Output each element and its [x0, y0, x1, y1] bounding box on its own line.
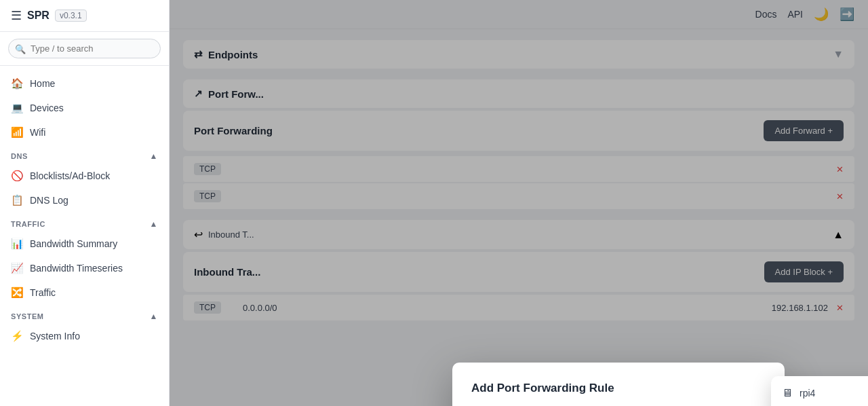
section-system-label: SYSTEM	[11, 312, 44, 320]
sidebar-item-traffic-label: Traffic	[30, 287, 56, 298]
sidebar-item-bandwidth-timeseries-label: Bandwidth Timeseries	[30, 263, 123, 274]
section-dns-label: DNS	[11, 152, 28, 160]
system-info-icon: ⚡	[11, 330, 23, 342]
modal-title: Add Port Forwarding Rule	[471, 382, 766, 395]
bandwidth-timeseries-icon: 📈	[11, 262, 23, 274]
sidebar-nav: 🏠 Home 💻 Devices 📶 Wifi DNS ▲ 🚫 Blocklis…	[0, 66, 169, 406]
sidebar: ☰ SPR v0.3.1 🔍 🏠 Home 💻 Devices 📶 Wifi D…	[0, 0, 170, 406]
device-dropdown: 🖥 rpi4 💻 laptop 📱 phone 💻 laptop 📺 tv 🖥	[771, 376, 868, 406]
sidebar-header: ☰ SPR v0.3.1	[0, 0, 169, 32]
sidebar-item-blocklists[interactable]: 🚫 Blocklists/Ad-Block	[0, 164, 169, 188]
dropdown-label-rpi4: rpi4	[800, 388, 815, 399]
section-traffic-chevron: ▲	[150, 219, 158, 229]
sidebar-item-dns-log-label: DNS Log	[30, 195, 68, 206]
modal-overlay[interactable]	[170, 0, 868, 406]
sidebar-item-wifi[interactable]: 📶 Wifi	[0, 120, 169, 145]
sidebar-item-system-info[interactable]: ⚡ System Info	[0, 324, 169, 348]
search-icon: 🔍	[15, 43, 26, 54]
sidebar-item-system-info-label: System Info	[30, 331, 80, 342]
sidebar-item-home-label: Home	[30, 78, 55, 89]
wifi-icon: 📶	[11, 126, 23, 139]
sidebar-item-wifi-label: Wifi	[30, 127, 45, 138]
sidebar-item-traffic[interactable]: 🔀 Traffic	[0, 280, 169, 305]
sidebar-item-bandwidth-timeseries[interactable]: 📈 Bandwidth Timeseries	[0, 256, 169, 280]
dropdown-item-rpi4[interactable]: 🖥 rpi4	[771, 380, 868, 406]
sidebar-item-bandwidth-summary-label: Bandwidth Summary	[30, 238, 117, 249]
sidebar-logo: SPR	[27, 10, 50, 22]
section-system: SYSTEM ▲	[0, 305, 169, 324]
home-icon: 🏠	[11, 77, 23, 90]
sidebar-item-home[interactable]: 🏠 Home	[0, 71, 169, 96]
section-dns: DNS ▲	[0, 145, 169, 164]
search-input[interactable]	[8, 39, 161, 58]
section-system-chevron: ▲	[150, 312, 158, 321]
sidebar-item-devices[interactable]: 💻 Devices	[0, 96, 169, 120]
add-port-forwarding-modal: Add Port Forwarding Rule Source IP Addre…	[452, 363, 785, 406]
sidebar-item-dns-log[interactable]: 📋 DNS Log	[0, 188, 169, 213]
main-content: Docs API 🌙 ➡️ ⇄ Endpoints ▼ ↗ Port Forw.…	[170, 0, 868, 406]
rpi-icon: 🖥	[782, 387, 793, 399]
sidebar-version: v0.3.1	[55, 10, 87, 22]
blocklists-icon: 🚫	[11, 170, 23, 182]
devices-icon: 💻	[11, 102, 23, 114]
section-traffic-label: TRAFFIC	[11, 220, 45, 228]
dns-log-icon: 📋	[11, 194, 23, 206]
sidebar-item-blocklists-label: Blocklists/Ad-Block	[30, 170, 110, 181]
menu-icon[interactable]: ☰	[11, 8, 22, 23]
sidebar-item-devices-label: Devices	[30, 103, 64, 113]
traffic-icon: 🔀	[11, 287, 23, 299]
sidebar-item-bandwidth-summary[interactable]: 📊 Bandwidth Summary	[0, 232, 169, 256]
sidebar-search-container: 🔍	[0, 32, 169, 66]
section-traffic: TRAFFIC ▲	[0, 213, 169, 232]
section-dns-chevron: ▲	[150, 151, 158, 161]
bandwidth-summary-icon: 📊	[11, 238, 23, 250]
